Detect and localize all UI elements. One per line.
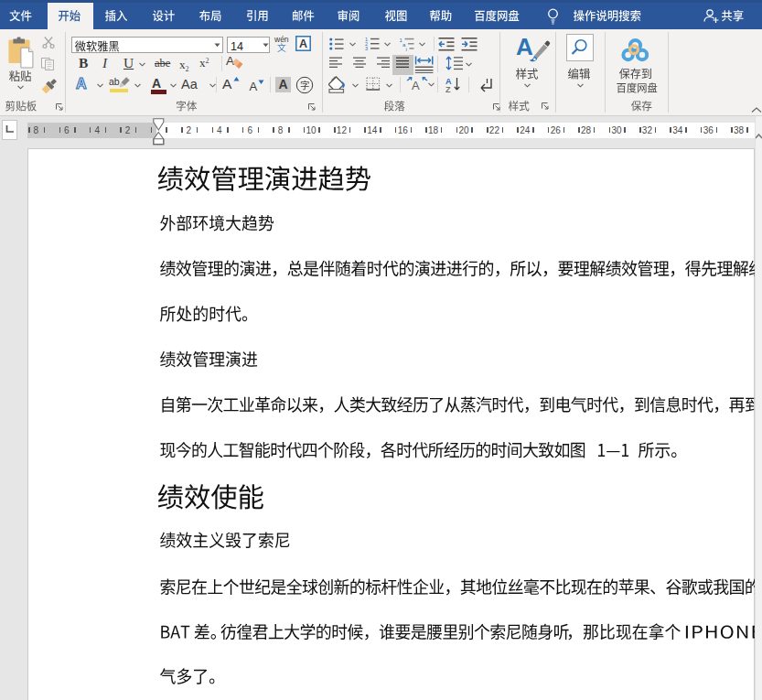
svg-text:A: A [299,38,307,50]
svg-text:A: A [445,77,452,86]
svg-text:A: A [412,79,420,92]
svg-text:3: 3 [365,46,368,51]
svg-text:i: i [406,47,407,51]
svg-text:Z: Z [445,85,451,93]
